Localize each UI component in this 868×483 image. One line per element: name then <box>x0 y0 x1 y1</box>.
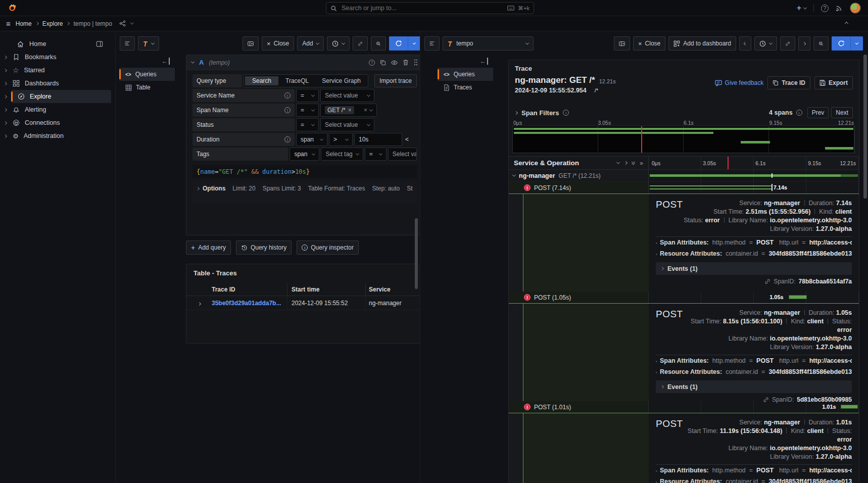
close-split-button-left[interactable]: ×Close <box>262 36 294 51</box>
global-search[interactable]: ⌘+k <box>326 2 534 14</box>
sidebar-item-dashboards[interactable]: Dashboards <box>0 77 115 90</box>
sidebar-item-administration[interactable]: ⚙ Administration <box>0 129 115 142</box>
query-rows-list-icon[interactable] <box>424 36 440 51</box>
table-row[interactable]: 35be0f3d29a01adda7b... 2024-12-09 15:55:… <box>186 296 423 310</box>
tab-table-left[interactable]: Table <box>119 81 175 94</box>
info-icon[interactable]: i <box>796 110 802 116</box>
help-icon[interactable]: ? <box>821 5 829 12</box>
duration-scope-select[interactable]: span <box>296 133 327 146</box>
info-icon[interactable]: i <box>284 136 291 142</box>
next-span-button[interactable]: Next <box>831 107 853 118</box>
link-icon[interactable] <box>764 278 770 284</box>
tab-service-graph[interactable]: Service Graph <box>316 76 367 85</box>
duration-op-select[interactable]: > <box>329 133 353 146</box>
span-attributes-toggle[interactable]: Span Attributes:http.method=POSThttp.url… <box>656 237 852 248</box>
run-query-button-right[interactable] <box>832 36 863 51</box>
time-picker-left[interactable] <box>327 36 350 51</box>
sidebar-item-explore[interactable]: Explore <box>0 90 115 103</box>
time-shift-back-icon[interactable] <box>739 36 751 51</box>
sidebar-item-connections[interactable]: Connections <box>0 116 115 129</box>
row-expander-icon[interactable] <box>186 300 212 307</box>
sidebar-item-starred[interactable]: ☆ Starred <box>0 64 115 77</box>
info-icon[interactable]: i <box>284 92 291 99</box>
remove-query-icon[interactable] <box>403 59 409 66</box>
run-query-button-left[interactable] <box>389 36 420 51</box>
span-attributes-toggle[interactable]: Span Attributes:http.method=POSThttp.url… <box>656 355 852 366</box>
span-filters-toggle[interactable]: Span Filters <box>521 109 559 117</box>
scrollbar-left-pane[interactable] <box>415 218 418 289</box>
breadcrumb-actions-caret[interactable] <box>130 21 134 25</box>
collapse-header-icon[interactable] <box>845 22 848 25</box>
give-feedback-link[interactable]: Give feedback <box>715 79 764 86</box>
link-icon-right[interactable] <box>780 36 795 51</box>
events-toggle[interactable]: Events (1) <box>656 262 852 275</box>
duration-op2[interactable]: < <box>404 136 409 143</box>
clear-select-icon[interactable]: × <box>364 107 367 114</box>
span-name-chip[interactable]: GET /*× <box>325 106 354 114</box>
service-name-value-select[interactable]: Select value <box>320 89 374 102</box>
tab-search[interactable]: Search <box>245 76 278 85</box>
trace-id-link[interactable]: 35be0f3d29a01adda7b... <box>212 296 287 310</box>
trace-minimap[interactable]: 0μs 3.05s 6.1s 9.15s 12.21s <box>512 120 855 153</box>
panel-title-table-traces[interactable]: Table - Traces <box>186 264 423 283</box>
remove-chip-icon[interactable]: × <box>348 107 352 114</box>
split-view-icon[interactable] <box>243 36 259 51</box>
avatar[interactable] <box>850 3 861 14</box>
tags-key-select[interactable]: Select tag <box>321 148 363 161</box>
query-inspector-button[interactable]: iQuery inspector <box>297 240 359 255</box>
status-value-select[interactable]: Select value <box>320 118 374 131</box>
query-help-icon[interactable]: ? <box>369 60 375 66</box>
scrollbar-right-pane[interactable] <box>863 55 867 199</box>
info-icon[interactable]: i <box>284 107 291 113</box>
import-trace-button[interactable]: Import trace <box>374 74 417 87</box>
service-name-op-select[interactable]: = <box>296 89 319 102</box>
mega-menu-icon[interactable]: ≡ <box>6 19 11 28</box>
collapse-all-icon[interactable] <box>632 161 635 165</box>
sidebar-item-home[interactable]: Home <box>0 37 115 51</box>
export-button[interactable]: Export <box>814 76 853 89</box>
query-rows-list-icon[interactable] <box>120 36 135 51</box>
time-picker-right[interactable] <box>754 36 777 51</box>
expand-all-icon[interactable]: » <box>640 160 643 167</box>
datasource-picker-right[interactable]: T tempo <box>443 36 534 51</box>
query-row-header[interactable]: A (tempo) ? <box>186 55 423 70</box>
span-name-value-select[interactable]: GET /*× × <box>320 104 377 117</box>
tab-traces-right[interactable]: Traces <box>438 81 493 94</box>
status-op-select[interactable]: = <box>296 118 319 131</box>
add-to-dashboard-button[interactable]: Add to dashboard <box>668 36 736 51</box>
col-header-start-time[interactable]: Start time <box>287 283 366 296</box>
time-shift-forward-icon[interactable] <box>798 36 810 51</box>
breadcrumb-explore[interactable]: Explore <box>42 20 63 27</box>
link-icon-left[interactable] <box>353 36 368 51</box>
sidebar-item-bookmarks[interactable]: Bookmarks <box>0 51 115 64</box>
disable-query-icon[interactable] <box>391 60 398 66</box>
grafana-logo[interactable] <box>7 3 17 13</box>
duration-value-input[interactable] <box>354 133 402 146</box>
tab-traceql[interactable]: TraceQL <box>279 76 315 85</box>
news-icon[interactable] <box>836 5 843 12</box>
tab-queries-right[interactable]: <> Queries <box>438 68 493 81</box>
events-toggle[interactable]: Events (1) <box>656 380 852 393</box>
split-view-icon[interactable] <box>614 36 630 51</box>
tab-queries-left[interactable]: <> Queries <box>119 68 175 81</box>
tags-scope-select[interactable]: span <box>290 148 319 161</box>
breadcrumb-home[interactable]: Home <box>16 20 32 27</box>
resource-attributes-toggle[interactable]: Resource Attributes:container.id=304fd88… <box>656 248 852 259</box>
duplicate-query-icon[interactable] <box>380 60 386 66</box>
search-input[interactable] <box>341 4 504 12</box>
collapse-children-icon[interactable] <box>512 173 516 177</box>
trace-id-button[interactable]: Trace ID <box>767 76 810 89</box>
info-icon[interactable]: i <box>563 110 569 116</box>
tags-op-select[interactable]: = <box>365 148 387 161</box>
resource-attributes-toggle[interactable]: Resource Attributes:container.id=304fd88… <box>656 366 852 377</box>
collapse-one-icon[interactable] <box>616 161 620 164</box>
add-dropdown-button[interactable]: Add <box>297 36 323 51</box>
zoom-out-icon-left[interactable] <box>371 36 386 51</box>
tags-value-select[interactable]: Select va <box>388 148 417 161</box>
panel-title-trace[interactable]: Trace <box>509 60 859 73</box>
span-row-post-3[interactable]: ! POST (1.01s) 1.01s <box>509 401 859 413</box>
query-history-button[interactable]: Query history <box>236 240 292 255</box>
prev-span-button[interactable]: Prev <box>807 107 829 118</box>
query-options[interactable]: Options Limit: 20 Spans Limit: 3 Table F… <box>192 181 417 203</box>
span-row-post-1[interactable]: ! POST (7.14s) 7.14s <box>509 182 859 194</box>
